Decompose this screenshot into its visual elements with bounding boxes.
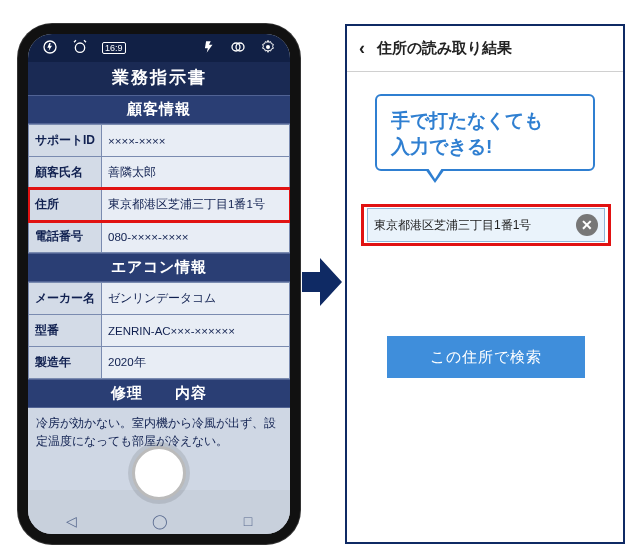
cell-value: 善隣太郎 [102,157,290,189]
cell-label: 住所 [29,189,102,221]
flash-icon[interactable] [42,39,58,58]
cell-label: 型番 [29,315,102,347]
table-row: メーカー名 ゼンリンデータコム [29,283,290,315]
cell-value: ××××-×××× [102,125,290,157]
speech-bubble: 手で打たなくても 入力できる! [375,94,595,171]
nav-back-icon[interactable]: ◁ [66,513,77,529]
camera-shutter-button[interactable] [132,446,186,500]
cell-value: 東京都港区芝浦三丁目1番1号 [102,189,290,221]
cell-value: ゼンリンデータコム [102,283,290,315]
cell-value: 080-××××-×××× [102,221,290,253]
address-value: 東京都港区芝浦三丁目1番1号 [374,217,572,234]
address-field-wrapper: 東京都港区芝浦三丁目1番1号 ✕ [361,204,611,246]
aspect-badge[interactable]: 16:9 [102,42,126,54]
svg-point-1 [75,43,84,52]
arrow-icon [302,258,342,310]
section-ac-head: エアコン情報 [28,253,290,282]
table-row: 顧客氏名 善隣太郎 [29,157,290,189]
cell-label: 製造年 [29,347,102,379]
customer-table: サポートID ××××-×××× 顧客氏名 善隣太郎 住所 東京都港区芝浦三丁目… [28,124,290,253]
speech-line1: 手で打たなくても [391,110,543,131]
phone-mock: 16:9 業務指示書 顧客情報 サポートID ××××-×××× [18,24,300,544]
table-row: 電話番号 080-××××-×××× [29,221,290,253]
cell-value: 2020年 [102,347,290,379]
cell-label: 電話番号 [29,221,102,253]
table-row: サポートID ××××-×××× [29,125,290,157]
ocr-result-panel: ‹ 住所の読み取り結果 手で打たなくても 入力できる! 東京都港区芝浦三丁目1番… [345,24,625,544]
nav-home-icon[interactable]: ◯ [152,513,168,529]
cell-label: サポートID [29,125,102,157]
timer-icon[interactable] [72,39,88,58]
search-button[interactable]: この住所で検索 [387,336,585,378]
settings-icon[interactable] [260,39,276,58]
ac-table: メーカー名 ゼンリンデータコム 型番 ZENRIN-AC×××-×××××× 製… [28,282,290,379]
cell-value: ZENRIN-AC×××-×××××× [102,315,290,347]
panel-title: 住所の読み取り結果 [377,39,512,58]
table-row-address: 住所 東京都港区芝浦三丁目1番1号 [29,189,290,221]
flash-mode-icon[interactable] [202,40,216,57]
svg-point-4 [266,45,270,49]
section-repair-head: 修理 内容 [28,379,290,408]
section-customer-head: 顧客情報 [28,95,290,124]
status-bar: 16:9 [28,34,290,62]
cell-label: メーカー名 [29,283,102,315]
cell-label: 顧客氏名 [29,157,102,189]
android-navbar: ◁ ◯ □ [28,508,290,534]
speech-line2: 入力できる! [391,136,492,157]
document-title: 業務指示書 [28,62,290,95]
nav-recents-icon[interactable]: □ [244,513,252,529]
table-row: 製造年 2020年 [29,347,290,379]
back-icon[interactable]: ‹ [359,38,365,59]
panel-header: ‹ 住所の読み取り結果 [347,26,623,72]
filter-icon[interactable] [230,39,246,58]
clear-icon[interactable]: ✕ [576,214,598,236]
address-input[interactable]: 東京都港区芝浦三丁目1番1号 ✕ [367,208,605,242]
table-row: 型番 ZENRIN-AC×××-×××××× [29,315,290,347]
